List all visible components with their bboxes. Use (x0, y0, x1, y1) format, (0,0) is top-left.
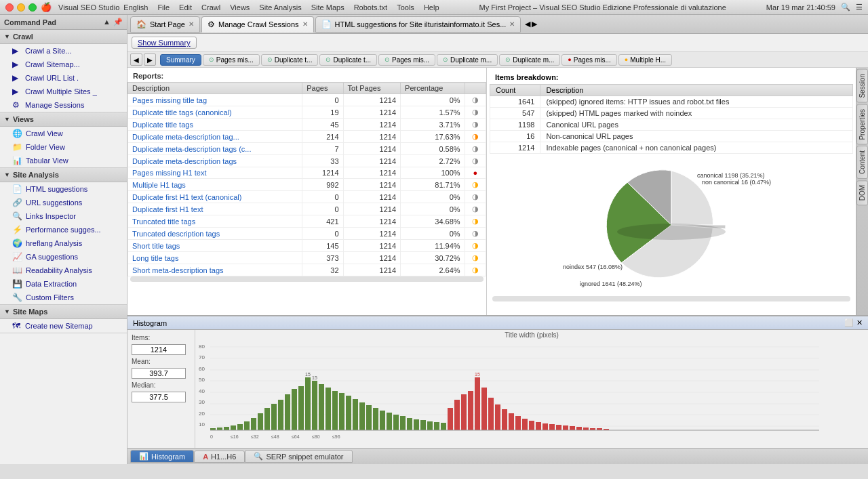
bar-4[interactable] (237, 424, 243, 430)
sub-tab-pages-mis-2[interactable]: ⊙ Pages mis... (378, 54, 435, 66)
bar-49-red[interactable] (542, 423, 548, 430)
sidebar-section-site-maps-header[interactable]: ▼ Site Maps (0, 305, 127, 319)
breakdown-scrollbar[interactable] (492, 296, 850, 301)
table-row[interactable]: Truncated title tags 421 1214 34.68% ◑ (128, 215, 486, 228)
bar-17[interactable] (326, 388, 331, 430)
bottom-tab-h1h6[interactable]: A H1...H6 (194, 451, 245, 463)
tab-html-close[interactable]: ✕ (509, 20, 515, 28)
session-panel-btn[interactable]: Session (856, 69, 868, 103)
sub-tab-prev[interactable]: ◀ (130, 54, 142, 66)
bar-10[interactable] (278, 400, 283, 430)
bar-23[interactable] (366, 405, 372, 430)
bar-22[interactable] (359, 402, 365, 430)
bar-50-red[interactable] (549, 424, 555, 430)
bar-47-red[interactable] (529, 421, 534, 430)
table-row[interactable]: Duplicate title tags (canonical) 19 1214… (128, 106, 486, 119)
sub-tab-multiple-h[interactable]: ● Multiple H... (618, 54, 672, 66)
sidebar-item-crawl-multiple[interactable]: ▶ Crawl Multiple Sites _ (0, 85, 127, 98)
bar-20[interactable] (346, 396, 351, 430)
items-input[interactable] (132, 344, 186, 355)
bar-1[interactable] (217, 428, 222, 430)
bar-29[interactable] (407, 418, 412, 430)
bar-38-red[interactable] (468, 391, 473, 430)
table-row[interactable]: Duplicate first H1 text 0 1214 0% ◑ (128, 203, 486, 215)
sidebar-icon-pin[interactable]: 📌 (113, 18, 123, 26)
tab-arrow-right[interactable]: ▶ (532, 20, 537, 28)
sidebar-item-readability[interactable]: 📖 Readability Analysis (0, 264, 127, 277)
tab-start-page-close[interactable]: ✕ (189, 20, 194, 28)
sidebar-item-tabular-view[interactable]: 📊 Tabular View (0, 154, 127, 167)
bar-32[interactable] (427, 421, 433, 430)
bottom-tab-serp[interactable]: 🔍 SERP snippet emulator (245, 450, 352, 463)
sidebar-item-hreflang[interactable]: 🌍 hreflang Analysis (0, 236, 127, 250)
bar-37-red[interactable] (461, 394, 467, 430)
table-row[interactable]: Duplicate meta-description tag... 214 12… (128, 131, 486, 143)
search-icon[interactable]: 🔍 (841, 3, 850, 12)
bar-48-red[interactable] (536, 422, 541, 430)
table-row[interactable]: Duplicate title tags 45 1214 3.71% ◑ (128, 119, 486, 131)
bar-12[interactable] (292, 389, 297, 430)
properties-panel-btn[interactable]: Properties (856, 104, 868, 145)
bar-19[interactable] (339, 393, 344, 430)
bar-11[interactable] (285, 394, 290, 430)
sub-tab-pages-mis-1[interactable]: ⊙ Pages mis... (203, 54, 260, 66)
reports-scrollbar[interactable] (130, 276, 484, 282)
bar-44-red[interactable] (509, 413, 514, 430)
bar-28[interactable] (400, 416, 406, 430)
sub-tab-summary[interactable]: Summary (160, 54, 201, 66)
tab-arrow-left[interactable]: ◀ (525, 20, 530, 28)
table-row[interactable]: Short meta-description tags 32 1214 2.64… (128, 264, 486, 276)
table-row[interactable]: Long title tags 373 1214 30.72% ◑ (128, 252, 486, 264)
bar-9[interactable] (271, 404, 277, 430)
sidebar-item-crawl-view[interactable]: 🌐 Crawl View (0, 127, 127, 140)
bar-35-red[interactable] (448, 408, 453, 430)
sidebar-item-manage-sessions[interactable]: ⚙ Manage Sessions (0, 98, 127, 112)
bar-41-red[interactable] (488, 398, 494, 430)
sidebar-item-folder-view[interactable]: 📁 Folder View (0, 140, 127, 154)
content-panel-btn[interactable]: Content (856, 146, 868, 179)
bar-26[interactable] (387, 413, 392, 430)
histogram-expand[interactable]: ⬜ (844, 318, 854, 327)
bar-14[interactable] (305, 377, 311, 430)
bar-6[interactable] (251, 418, 256, 430)
menu-item-site-maps[interactable]: Site Maps (311, 3, 344, 12)
sidebar-item-crawl-url-list[interactable]: ▶ Crawl URL List . (0, 71, 127, 85)
bar-15[interactable] (312, 381, 317, 430)
bar-46-red[interactable] (522, 419, 528, 430)
sidebar-item-crawl-sitemap[interactable]: ▶ Crawl Sitemap... (0, 58, 127, 71)
table-row[interactable]: Duplicate meta-description tags (c... 7 … (128, 143, 486, 155)
bar-51-red[interactable] (556, 425, 561, 430)
bar-45-red[interactable] (515, 416, 521, 430)
menu-item-tools[interactable]: Tools (397, 3, 414, 12)
bar-21[interactable] (353, 399, 358, 430)
bar-55-red[interactable] (583, 428, 589, 430)
sidebar-item-performance[interactable]: ⚡ Performance sugges... (0, 223, 127, 236)
table-row[interactable]: Duplicate first H1 text (canonical) 0 12… (128, 191, 486, 203)
table-row[interactable]: Duplicate meta-description tags 33 1214 … (128, 155, 486, 167)
bar-52-red[interactable] (563, 425, 568, 430)
bar-30[interactable] (414, 419, 419, 430)
table-row[interactable]: Short title tags 145 1214 11.94% ◑ (128, 240, 486, 252)
bar-43-red[interactable] (502, 409, 507, 430)
bar-5[interactable] (244, 421, 250, 430)
sidebar-item-create-sitemap[interactable]: 🗺 Create new Sitemap (0, 319, 127, 333)
menu-item-views[interactable]: Views (230, 3, 250, 12)
close-button[interactable] (5, 3, 14, 12)
menu-item-file[interactable]: File (157, 3, 170, 12)
table-row[interactable]: Multiple H1 tags 992 1214 81.71% ◑ (128, 179, 486, 191)
sub-tab-dup-t-1[interactable]: ⊙ Duplicate t... (261, 54, 319, 66)
bar-24[interactable] (373, 408, 378, 430)
bar-8[interactable] (264, 408, 270, 430)
sub-tab-dup-t-2[interactable]: ⊙ Duplicate t... (319, 54, 377, 66)
sidebar-item-html-suggestions[interactable]: 📄 HTML suggestions (0, 182, 127, 196)
median-input[interactable] (132, 392, 186, 402)
bar-53-red[interactable] (570, 426, 575, 430)
menu-icon[interactable]: ☰ (856, 3, 863, 12)
menu-item-edit[interactable]: Edit (179, 3, 192, 12)
sub-tab-dup-m-2[interactable]: ⊙ Duplicate m... (499, 54, 560, 66)
sidebar-item-crawl-site[interactable]: ▶ Crawl a Site... (0, 44, 127, 58)
bar-18[interactable] (332, 391, 338, 430)
menu-item-robots[interactable]: Robots.txt (354, 3, 388, 12)
bar-34[interactable] (441, 423, 446, 430)
sidebar-section-site-analysis-header[interactable]: ▼ Site Analysis (0, 168, 127, 182)
